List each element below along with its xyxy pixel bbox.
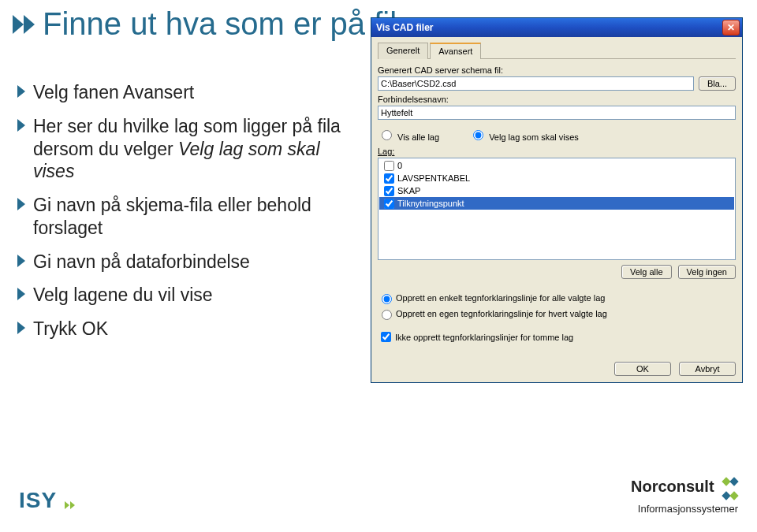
bullet-text: Gi navn på dataforbindelse xyxy=(33,251,250,273)
ok-button[interactable]: OK xyxy=(614,362,671,376)
layer-name: Tilknytningspunkt xyxy=(397,199,464,208)
layer-list-label: Lag: xyxy=(378,147,736,156)
dialog-titlebar[interactable]: Vis CAD filer ✕ xyxy=(371,18,742,37)
connection-name-label: Forbindelsesnavn: xyxy=(378,95,736,104)
schema-file-label: Generert CAD server schema fil: xyxy=(378,65,736,75)
dialog-footer: OK Avbryt xyxy=(378,355,736,376)
bullet-item: Velg lagene du vil vise xyxy=(17,284,356,307)
bullet-text: Velg lagene du vil vise xyxy=(33,284,213,307)
layer-row[interactable]: SKAP xyxy=(379,184,734,197)
close-icon: ✕ xyxy=(727,22,735,33)
radio-input[interactable] xyxy=(382,310,392,320)
legend-options: Opprett en enkelt tegnforklaringslinje f… xyxy=(378,292,736,344)
bullet-icon xyxy=(17,288,25,300)
schema-file-row: Bla... xyxy=(378,76,736,91)
bullet-text: Trykk OK xyxy=(33,318,108,340)
slide-title: Finne ut hva som er på fila xyxy=(43,6,414,42)
layer-row[interactable]: Tilknytningspunkt xyxy=(379,197,734,210)
checkbox-skip-empty-layers[interactable]: Ikke opprett tegnforklaringslinjer for t… xyxy=(378,329,736,344)
radio-input[interactable] xyxy=(382,294,392,304)
bullet-text: Her ser du hvilke lag som ligger på fila… xyxy=(33,115,356,183)
bullet-icon xyxy=(17,322,25,334)
layer-row[interactable]: LAVSPENTKABEL xyxy=(379,172,734,184)
radio-legend-single[interactable]: Opprett en enkelt tegnforklaringslinje f… xyxy=(378,292,736,304)
layer-checkbox[interactable] xyxy=(384,186,394,196)
bullet-list: Velg fanen Avansert Her ser du hvilke la… xyxy=(17,81,356,340)
layer-select-buttons: Velg alle Velg ingen xyxy=(378,265,736,279)
connection-name-input[interactable] xyxy=(378,106,736,120)
bullet-text: Gi navn på skjema-fila eller behold fors… xyxy=(33,194,356,240)
layer-name: SKAP xyxy=(397,186,420,195)
norconsult-logo: Norconsult Informasjonssystemer xyxy=(631,474,738,515)
bullet-item: Her ser du hvilke lag som ligger på fila… xyxy=(17,115,356,183)
radio-legend-per-layer[interactable]: Opprett en egen tegnforklaringslinje for… xyxy=(378,307,736,320)
layer-checkbox[interactable] xyxy=(384,199,394,209)
browse-button[interactable]: Bla... xyxy=(699,76,736,91)
select-none-button[interactable]: Velg ingen xyxy=(678,265,736,279)
slide-root: Finne ut hva som er på fila Velg fanen A… xyxy=(0,0,757,532)
tab-generelt[interactable]: Generelt xyxy=(378,43,428,59)
bullet-icon xyxy=(17,198,25,210)
isy-logo: ISY xyxy=(19,488,76,515)
norconsult-mark-icon xyxy=(722,474,738,503)
radio-velg-lag-som-skal-vises[interactable]: Velg lag som skal vises xyxy=(469,128,579,142)
title-marker-icon xyxy=(24,15,35,34)
dialog-title: Vis CAD filer xyxy=(376,22,433,33)
tab-strip: Generelt Avansert xyxy=(378,42,736,59)
bullet-icon xyxy=(17,119,25,132)
layer-mode-radio-group: Vis alle lag Velg lag som skal vises xyxy=(378,128,736,142)
title-marker-icon xyxy=(13,15,24,34)
bullet-item: Velg fanen Avansert xyxy=(17,81,356,104)
schema-file-input[interactable] xyxy=(378,76,694,91)
radio-input[interactable] xyxy=(473,130,483,140)
bullet-item: Gi navn på skjema-fila eller behold fors… xyxy=(17,194,356,240)
bullet-item: Gi navn på dataforbindelse xyxy=(17,251,356,273)
bullet-item: Trykk OK xyxy=(17,318,356,340)
bullet-icon xyxy=(17,255,25,267)
bullet-icon xyxy=(17,85,25,98)
cancel-button[interactable]: Avbryt xyxy=(679,362,736,376)
dialog-body: Generelt Avansert Generert CAD server sc… xyxy=(371,37,742,382)
layer-name: LAVSPENTKABEL xyxy=(397,173,470,183)
layer-checkbox[interactable] xyxy=(384,173,394,184)
layer-row[interactable]: 0 xyxy=(379,159,734,172)
isy-logo-icon xyxy=(65,489,76,515)
layer-checkbox[interactable] xyxy=(384,161,394,171)
close-button[interactable]: ✕ xyxy=(722,20,740,35)
dialog-vis-cad-filer: Vis CAD filer ✕ Generelt Avansert Genere… xyxy=(371,17,743,383)
select-all-button[interactable]: Velg alle xyxy=(621,265,672,279)
radio-vis-alle-lag[interactable]: Vis alle lag xyxy=(378,128,439,142)
radio-input[interactable] xyxy=(382,130,392,140)
layer-listbox[interactable]: 0 LAVSPENTKABEL SKAP Tilknytningspunkt xyxy=(378,158,736,260)
checkbox-input[interactable] xyxy=(381,332,391,342)
tab-avansert[interactable]: Avansert xyxy=(430,43,481,59)
layer-name: 0 xyxy=(397,161,402,170)
bullet-text: Velg fanen Avansert xyxy=(33,81,194,104)
